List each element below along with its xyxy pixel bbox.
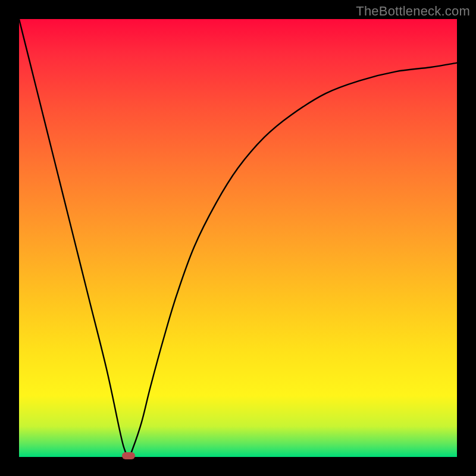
bottleneck-curve xyxy=(19,19,457,457)
minimum-marker xyxy=(122,452,135,459)
watermark-text: TheBottleneck.com xyxy=(356,4,470,19)
chart-frame: TheBottleneck.com xyxy=(0,0,476,476)
plot-area xyxy=(19,19,457,457)
